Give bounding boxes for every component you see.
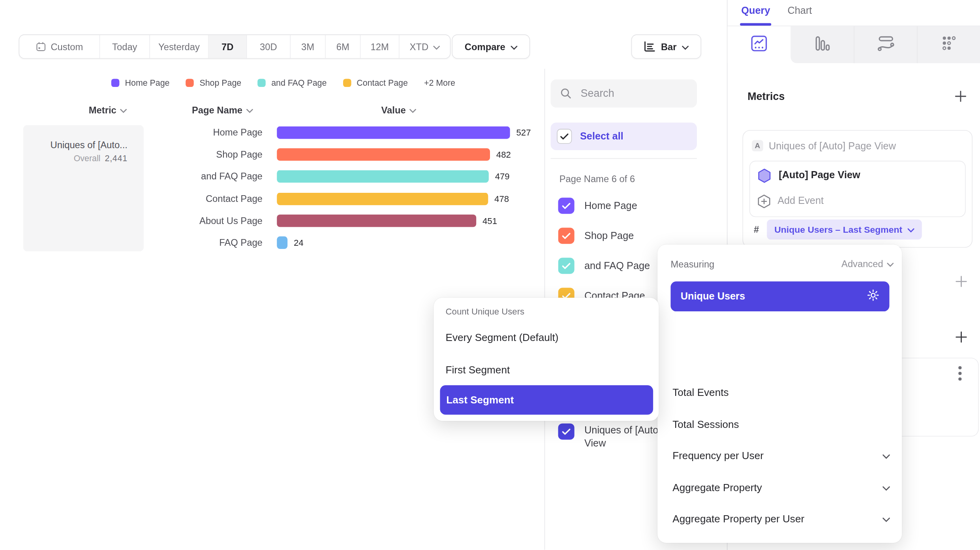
date-range-xtd[interactable]: XTD — [399, 35, 450, 58]
legend-swatch — [186, 79, 194, 87]
tab-query[interactable]: Query — [741, 5, 770, 16]
add-event-icon — [757, 194, 771, 211]
segment-popup-title: Count Unique Users — [446, 307, 525, 316]
chevron-down-icon — [887, 258, 894, 269]
sort-caret-icon — [120, 104, 127, 115]
metric-title: Uniques of [Auto] Page View — [769, 141, 896, 152]
viz-tab-flows[interactable] — [854, 26, 917, 63]
breakdown-card — [894, 358, 979, 436]
segment-checkbox-row[interactable]: Shop Page — [558, 228, 634, 244]
bar-value: 482 — [496, 148, 511, 161]
bar-chart-icon — [644, 41, 656, 52]
bar-category-label: About Us Page — [75, 215, 263, 227]
flows-icon — [877, 35, 895, 55]
segment-option-first[interactable]: First Segment — [446, 364, 510, 376]
measure-option-aggregate-property[interactable]: Aggregate Property — [672, 482, 890, 493]
legend-item[interactable]: and FAQ Page — [257, 78, 327, 88]
segment-count-popup: Count Unique Users Every Segment (Defaul… — [434, 298, 659, 421]
legend-item[interactable]: Shop Page — [186, 78, 242, 88]
date-range-today[interactable]: Today — [100, 35, 150, 58]
bar-category-label: Shop Page — [75, 148, 263, 161]
bar-category-label: and FAQ Page — [75, 170, 263, 183]
bar-home-page[interactable] — [277, 126, 510, 139]
metrics-heading: Metrics — [747, 91, 785, 104]
app-viewport: Custom Today Yesterday 7D 30D 3M 6M 12M … — [0, 0, 980, 550]
add-filter-button[interactable] — [955, 275, 968, 290]
date-range-toolbar: Custom Today Yesterday 7D 30D 3M 6M 12M … — [19, 34, 451, 59]
date-range-custom[interactable]: Custom — [19, 35, 100, 58]
chevron-down-icon — [433, 41, 439, 52]
bar-about-us-page[interactable] — [277, 215, 476, 227]
add-metric-button[interactable] — [954, 89, 968, 105]
measure-pill[interactable]: Unique Users – Last Segment — [767, 220, 922, 240]
bar-value: 479 — [495, 170, 510, 183]
legend-item[interactable]: Contact Page — [343, 78, 407, 88]
bar-faq-page[interactable] — [277, 236, 287, 249]
measure-option-frequency[interactable]: Frequency per User — [672, 450, 890, 461]
chevron-down-icon — [907, 224, 914, 234]
bar-and-faq-page[interactable] — [277, 170, 489, 183]
measure-option-total-sessions[interactable]: Total Sessions — [672, 418, 739, 430]
bar-value: 527 — [516, 126, 531, 139]
segment-checkbox-row[interactable]: Home Page — [558, 198, 637, 214]
date-range-12m[interactable]: 12M — [360, 35, 399, 58]
chart-legend: Home Page Shop Page and FAQ Page Contact… — [111, 78, 455, 88]
select-all-checkbox[interactable] — [557, 129, 572, 144]
segment-option-every[interactable]: Every Segment (Default) — [446, 332, 559, 343]
bar-value: 451 — [482, 215, 497, 227]
select-all-row[interactable]: Select all — [551, 122, 697, 150]
add-breakdown-button[interactable] — [955, 331, 968, 346]
column-header-page-name[interactable]: Page Name — [192, 104, 253, 115]
tab-chart[interactable]: Chart — [787, 5, 812, 16]
advanced-toggle[interactable]: Advanced — [841, 258, 894, 269]
measure-option-unique-users[interactable]: Unique Users — [670, 281, 889, 311]
add-event-label[interactable]: Add Event — [777, 195, 824, 206]
checkbox-checked[interactable] — [558, 424, 574, 440]
bar-shop-page[interactable] — [277, 148, 490, 161]
legend-item[interactable]: Home Page — [111, 78, 170, 88]
viz-tab-funnels[interactable] — [790, 26, 854, 63]
compare-button[interactable]: Compare — [452, 34, 530, 59]
checkbox-checked[interactable] — [558, 258, 574, 274]
gear-icon[interactable] — [867, 289, 879, 304]
segment-checkbox-row[interactable]: and FAQ Page — [558, 258, 650, 274]
legend-swatch — [111, 79, 120, 87]
search-icon — [560, 88, 572, 100]
viz-tab-insights[interactable] — [728, 26, 791, 63]
retention-icon — [940, 35, 957, 55]
chevron-down-icon — [882, 450, 890, 461]
date-range-30d[interactable]: 30D — [247, 35, 291, 58]
date-range-3m[interactable]: 3M — [291, 35, 326, 58]
measuring-title: Measuring — [670, 259, 714, 269]
visualization-tabs — [728, 26, 980, 63]
segment-option-last-selected[interactable]: Last Segment — [440, 385, 653, 414]
measuring-popup: Measuring Advanced Unique Users Interval — [657, 245, 902, 543]
date-range-yesterday[interactable]: Yesterday — [150, 35, 209, 58]
measure-option-total-events[interactable]: Total Events — [672, 386, 728, 398]
checkbox-checked[interactable] — [558, 198, 574, 214]
chart-type-button[interactable]: Bar — [631, 34, 701, 59]
bar-contact-page[interactable] — [277, 193, 488, 205]
event-name: [Auto] Page View — [779, 170, 860, 181]
search-input[interactable] — [579, 87, 676, 100]
sort-caret-icon — [409, 104, 416, 115]
legend-more[interactable]: +2 More — [424, 78, 455, 88]
chevron-down-icon — [882, 482, 890, 493]
filter-divider — [551, 158, 697, 159]
bar-category-label: FAQ Page — [75, 236, 263, 249]
column-header-metric[interactable]: Metric — [89, 104, 127, 115]
viz-tab-retention[interactable] — [917, 26, 980, 63]
chevron-down-icon — [510, 41, 517, 52]
checkbox-checked[interactable] — [558, 228, 574, 244]
date-range-6m[interactable]: 6M — [326, 35, 361, 58]
date-range-7d[interactable]: 7D — [209, 35, 247, 58]
more-options-icon[interactable] — [958, 365, 962, 384]
hash-symbol: # — [754, 224, 759, 235]
column-header-value[interactable]: Value — [381, 104, 417, 115]
legend-swatch — [257, 79, 266, 87]
bar-value: 24 — [294, 236, 304, 249]
metric-summary-card[interactable]: Uniques of [Auto... Overall2,441 — [23, 125, 144, 252]
filter-group-label: Page Name 6 of 6 — [559, 173, 635, 184]
measure-option-aggregate-property-per-user[interactable]: Aggregate Property per User — [672, 513, 890, 525]
insights-icon — [751, 35, 768, 55]
